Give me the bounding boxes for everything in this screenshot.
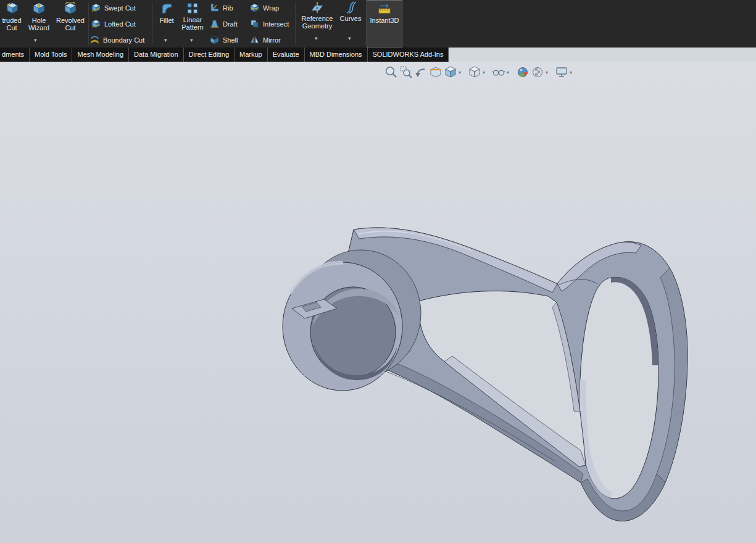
swept-cut-icon <box>91 3 101 12</box>
fillet-icon <box>160 2 173 15</box>
lofted-cut-button[interactable]: Lofted Cut <box>91 16 136 31</box>
linear-pattern-icon <box>186 2 199 15</box>
linear-pattern-flyout-arrow[interactable] <box>190 38 193 43</box>
draft-button[interactable]: Draft <box>210 16 238 31</box>
extruded-cut-icon <box>6 2 19 14</box>
draft-label: Draft <box>223 20 238 28</box>
tab-mold-tools[interactable]: Mold Tools <box>30 48 72 62</box>
shell-icon <box>210 35 219 44</box>
view-settings-icon[interactable] <box>554 65 569 80</box>
hole-wizard-button[interactable]: HoleWizard <box>25 0 53 48</box>
boundary-cut-button[interactable]: Boundary Cut <box>90 32 144 48</box>
view-orientation-dropdown-arrow[interactable] <box>459 70 461 75</box>
tab-direct-editing[interactable]: Direct Editing <box>184 48 235 62</box>
command-manager-tabs: dments Mold Tools Mesh Modeling Data Mig… <box>0 48 449 62</box>
curves-flyout-arrow[interactable] <box>348 36 351 41</box>
lofted-cut-icon <box>91 19 101 28</box>
intersect-button[interactable]: Intersect <box>250 16 289 31</box>
reference-geometry-flyout-arrow[interactable] <box>315 36 318 41</box>
graphics-viewport[interactable] <box>0 62 756 543</box>
instant3d-label: Instant3D <box>367 17 402 24</box>
tab-mesh-modeling[interactable]: Mesh Modeling <box>72 48 129 62</box>
rib-icon <box>210 3 219 12</box>
ribbon-separator <box>152 2 153 45</box>
shell-button[interactable]: Shell <box>210 32 238 48</box>
zoom-to-area-icon[interactable] <box>399 65 413 80</box>
view-settings-dropdown-arrow[interactable] <box>570 70 572 75</box>
edit-appearance-icon[interactable] <box>515 65 530 80</box>
hide-show-items-icon[interactable] <box>491 65 506 80</box>
extruded-cut-label: truded <box>0 17 23 24</box>
hide-show-items-dropdown-arrow[interactable] <box>507 70 509 75</box>
mirror-button[interactable]: Mirror <box>250 32 281 48</box>
reference-geometry-label: Reference <box>297 15 337 22</box>
wrap-label: Wrap <box>263 4 279 12</box>
tab-weldments[interactable]: dments <box>0 48 30 62</box>
boundary-cut-icon <box>90 35 99 44</box>
features-ribbon: trudedCut HoleWizard RevolvedCut Swept C… <box>0 0 756 48</box>
swept-cut-button[interactable]: Swept Cut <box>91 0 136 15</box>
linear-pattern-button[interactable]: LinearPattern <box>179 0 206 48</box>
rib-button[interactable]: Rib <box>210 0 233 15</box>
linear-pattern-label: Linear <box>179 16 206 23</box>
hole-wizard-icon <box>33 2 46 15</box>
previous-view-icon[interactable] <box>413 65 428 80</box>
boundary-cut-label: Boundary Cut <box>103 36 144 44</box>
extruded-cut-button[interactable]: trudedCut <box>0 0 23 48</box>
instant3d-icon <box>378 4 391 15</box>
tab-solidworks-add-ins[interactable]: SOLIDWORKS Add-Ins <box>368 48 449 62</box>
tab-markup[interactable]: Markup <box>235 48 268 62</box>
fillet-button[interactable]: Fillet <box>154 0 179 48</box>
hole-wizard-label: Hole <box>25 17 53 24</box>
lofted-cut-label: Lofted Cut <box>104 20 136 28</box>
instant3d-button[interactable]: Instant3D <box>367 0 402 48</box>
revolved-cut-label: Revolved <box>54 17 86 24</box>
apply-scene-dropdown-arrow[interactable] <box>546 70 548 75</box>
mirror-label: Mirror <box>263 36 281 44</box>
intersect-label: Intersect <box>263 20 289 28</box>
tab-mbd-dimensions[interactable]: MBD Dimensions <box>305 48 368 62</box>
tab-data-migration[interactable]: Data Migration <box>129 48 184 62</box>
swept-cut-label: Swept Cut <box>104 4 136 12</box>
draft-icon <box>210 19 219 28</box>
mirror-icon <box>250 35 259 44</box>
tab-evaluate[interactable]: Evaluate <box>268 48 305 62</box>
display-style-dropdown-arrow[interactable] <box>483 70 485 75</box>
reference-geometry-icon <box>310 1 324 14</box>
fillet-label: Fillet <box>154 17 179 24</box>
rib-label: Rib <box>223 4 233 12</box>
ribbon-separator <box>295 2 296 45</box>
revolved-cut-icon <box>64 2 77 15</box>
part-model-rocker-arm[interactable] <box>0 62 756 543</box>
shell-label: Shell <box>223 36 238 44</box>
zoom-to-fit-icon[interactable] <box>384 65 399 80</box>
view-orientation-icon[interactable] <box>443 65 458 80</box>
revolved-cut-button[interactable]: RevolvedCut <box>54 0 86 48</box>
display-style-icon[interactable] <box>467 65 482 80</box>
wrap-icon <box>250 3 259 12</box>
heads-up-view-toolbar <box>384 65 573 80</box>
curves-icon <box>344 1 357 14</box>
intersect-icon <box>250 19 259 28</box>
reference-geometry-button[interactable]: ReferenceGeometry <box>297 0 337 48</box>
wrap-button[interactable]: Wrap <box>250 0 279 15</box>
apply-scene-icon[interactable] <box>530 65 545 80</box>
curves-label: Curves <box>338 15 363 22</box>
curves-button[interactable]: Curves <box>338 0 363 48</box>
fillet-flyout-arrow[interactable] <box>164 38 167 43</box>
section-view-icon[interactable] <box>428 65 443 80</box>
ribbon-separator <box>88 2 89 45</box>
